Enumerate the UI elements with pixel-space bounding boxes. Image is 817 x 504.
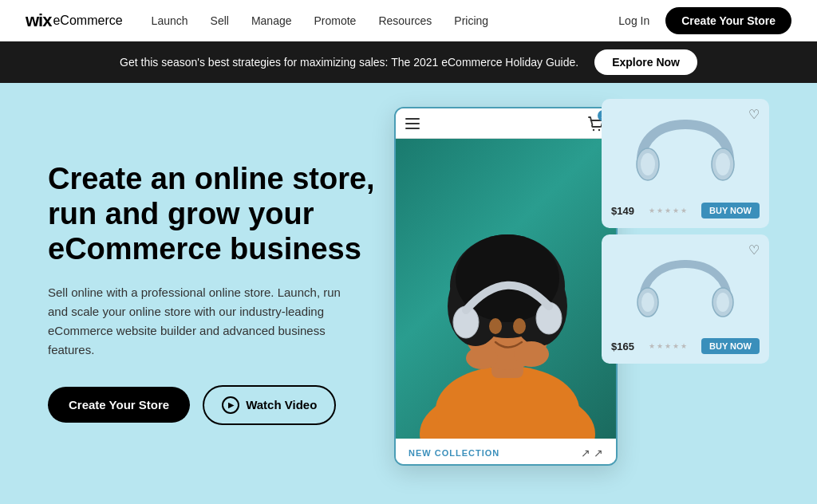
- svg-point-19: [716, 153, 730, 175]
- svg-point-18: [641, 153, 655, 175]
- product-cards: ♡ $149 ★ ★ ★: [602, 99, 769, 364]
- wishlist-icon-2[interactable]: ♡: [748, 242, 760, 258]
- create-store-button[interactable]: Create Your Store: [665, 7, 791, 34]
- hero-subtitle: Sell online with a professional online s…: [48, 283, 351, 360]
- svg-point-22: [641, 293, 654, 312]
- hero-buttons: Create Your Store ▶ Watch Video: [48, 385, 399, 425]
- product-price-1: $149: [611, 205, 634, 217]
- nav-actions: Log In Create Your Store: [618, 7, 791, 34]
- phone-mockup: 2: [394, 107, 618, 466]
- product-price-2: $165: [611, 341, 634, 352]
- product-card-1: ♡ $149 ★ ★ ★: [602, 99, 769, 228]
- explore-now-button[interactable]: Explore Now: [594, 49, 697, 75]
- phone-bottom-bar: NEW COLLECTION ↗ ↗: [396, 439, 616, 466]
- nav-link-launch[interactable]: Launch: [152, 14, 188, 27]
- phone-product-image: [396, 139, 616, 439]
- banner-text: Get this season's best strategies for ma…: [120, 56, 578, 69]
- nav-link-promote[interactable]: Promote: [314, 14, 357, 27]
- nav-links: Launch Sell Manage Promote Resources Pri…: [152, 14, 619, 27]
- logo-ecommerce: eCommerce: [53, 14, 122, 28]
- new-collection-label: NEW COLLECTION: [408, 448, 499, 458]
- svg-point-10: [489, 318, 502, 334]
- svg-point-15: [466, 347, 498, 369]
- svg-point-1: [598, 128, 600, 130]
- product-image-2: [626, 244, 745, 332]
- hero-title: Create an online store, run and grow you…: [48, 162, 399, 266]
- play-icon: ▶: [222, 396, 239, 414]
- svg-point-0: [593, 128, 594, 130]
- product-image-1: [626, 108, 745, 196]
- svg-point-23: [716, 293, 729, 312]
- hero-section: Create an online store, run and grow you…: [0, 83, 817, 504]
- headphone-svg-1: [633, 112, 737, 192]
- product-footer-2: $165 ★ ★ ★ ★ ★ BUY NOW: [611, 338, 760, 354]
- arrow-icon-1: ↗: [581, 447, 590, 459]
- product-card-2: ♡ $165 ★: [602, 234, 769, 364]
- nav-link-sell[interactable]: Sell: [211, 14, 229, 27]
- hamburger-icon: [405, 118, 420, 129]
- buy-now-button-1[interactable]: BUY NOW: [701, 203, 760, 219]
- logo-wix: wix: [26, 10, 51, 31]
- wishlist-icon-1[interactable]: ♡: [748, 107, 760, 122]
- svg-point-11: [513, 318, 526, 334]
- arrow-icon-2: ↗: [594, 447, 603, 459]
- svg-point-14: [514, 341, 549, 367]
- nav-link-resources[interactable]: Resources: [378, 14, 432, 27]
- logo[interactable]: wix eCommerce: [26, 10, 123, 31]
- announcement-banner: Get this season's best strategies for ma…: [0, 41, 817, 83]
- login-button[interactable]: Log In: [618, 14, 649, 27]
- hero-cta-secondary[interactable]: ▶ Watch Video: [203, 385, 336, 425]
- product-footer-1: $149 ★ ★ ★ ★ ★ BUY NOW: [611, 203, 760, 219]
- product-stars-1: ★ ★ ★ ★ ★: [649, 207, 687, 215]
- buy-now-button-2[interactable]: BUY NOW: [701, 338, 760, 354]
- headphone-svg-2: [633, 248, 737, 328]
- phone-top-bar: 2: [396, 108, 616, 139]
- product-stars-2: ★ ★ ★ ★ ★: [649, 342, 687, 350]
- navbar: wix eCommerce Launch Sell Manage Promote…: [0, 0, 817, 41]
- arrow-icons: ↗ ↗: [581, 447, 603, 459]
- nav-link-pricing[interactable]: Pricing: [454, 14, 488, 27]
- nav-link-manage[interactable]: Manage: [251, 14, 292, 27]
- person-illustration: [396, 139, 616, 439]
- watch-video-label: Watch Video: [246, 398, 317, 411]
- hero-content: Create an online store, run and grow you…: [48, 162, 399, 424]
- hero-cta-primary[interactable]: Create Your Store: [48, 387, 190, 423]
- hero-mockup: 2: [394, 99, 769, 490]
